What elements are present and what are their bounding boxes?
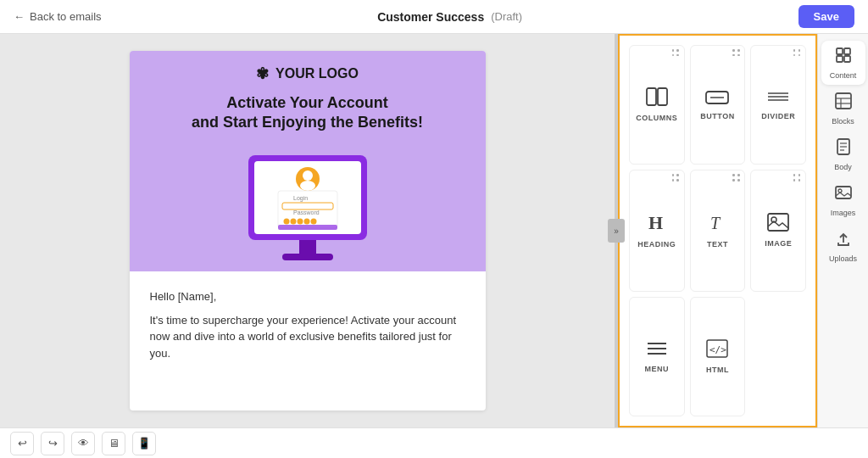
right-sidebar: Content Blocks Body Images Uploads (817, 34, 868, 427)
svg-point-12 (283, 218, 289, 224)
image-icon (767, 213, 789, 235)
svg-point-5 (303, 170, 313, 181)
element-columns[interactable]: COLUMNS (629, 45, 685, 165)
svg-rect-17 (278, 225, 337, 230)
desktop-button[interactable]: 🖥 (102, 432, 125, 455)
topbar: ← Back to emails Customer Success (Draft… (0, 0, 868, 34)
images-icon (835, 184, 852, 205)
undo-button[interactable]: ↩ (10, 432, 34, 455)
logo-icon: ✾ (256, 64, 269, 83)
blocks-label: Blocks (832, 117, 854, 126)
back-arrow-icon: ← (14, 10, 25, 23)
save-button[interactable]: Save (798, 5, 854, 28)
mobile-button[interactable]: 📱 (132, 432, 156, 455)
menu-label: MENU (645, 365, 670, 373)
columns-panel: COLUMNS BUTTON (618, 34, 817, 427)
sidebar-images-button[interactable]: Images (821, 178, 865, 222)
blocks-icon (835, 92, 852, 114)
draft-badge: (Draft) (491, 10, 522, 23)
drag-handle (732, 49, 741, 58)
drag-handle (793, 49, 802, 58)
panel-divider: » (615, 34, 618, 427)
drag-handle (672, 174, 681, 182)
main-area: ✾ YOUR LOGO Activate Your Account and St… (0, 34, 868, 427)
svg-text:Password: Password (293, 209, 320, 215)
drag-handle (672, 49, 681, 58)
svg-rect-36 (837, 56, 843, 62)
preview-button[interactable]: 👁 (71, 432, 95, 455)
svg-rect-46 (836, 187, 851, 198)
logo-area: ✾ YOUR LOGO (256, 64, 359, 83)
page-title: Customer Success (377, 10, 484, 24)
svg-point-13 (290, 218, 296, 224)
email-canvas: ✾ YOUR LOGO Activate Your Account and St… (130, 51, 486, 411)
button-icon (705, 89, 729, 108)
images-label: Images (831, 209, 856, 217)
heading-label: HEADING (637, 240, 676, 249)
divider-icon (766, 89, 790, 108)
svg-text:</>: </> (709, 344, 726, 355)
svg-text:Login: Login (293, 195, 308, 202)
svg-point-14 (297, 218, 303, 224)
svg-rect-18 (647, 88, 656, 105)
drag-handle (793, 174, 802, 182)
divider-label: DIVIDER (761, 112, 795, 120)
svg-rect-37 (844, 56, 850, 62)
element-image[interactable]: IMAGE (750, 170, 806, 291)
svg-text:H: H (648, 212, 663, 232)
svg-point-6 (300, 181, 315, 191)
element-text[interactable]: T TEXT (690, 170, 746, 291)
body-icon (835, 138, 852, 159)
sidebar-uploads-button[interactable]: Uploads (821, 224, 865, 268)
html-icon: </> (706, 339, 728, 361)
email-header-image: ✾ YOUR LOGO Activate Your Account and St… (130, 51, 486, 271)
body-label: Body (834, 163, 852, 171)
element-menu[interactable]: MENU (629, 297, 685, 416)
element-heading[interactable]: H HEADING (629, 170, 685, 291)
content-label: Content (830, 71, 857, 80)
monitor-illustration: Login Password (231, 147, 384, 274)
collapse-panel-button[interactable]: » (608, 219, 625, 243)
back-button[interactable]: ← Back to emails (14, 10, 102, 23)
button-label: BUTTON (700, 112, 734, 120)
svg-point-15 (303, 218, 309, 224)
svg-text:T: T (710, 214, 721, 232)
image-label: IMAGE (765, 239, 792, 248)
email-body-text: It's time to supercharge your experience… (150, 312, 465, 362)
text-icon: T (707, 212, 727, 236)
columns-icon (646, 87, 668, 109)
email-body: Hello [Name], It's time to supercharge y… (130, 271, 486, 385)
html-label: HTML (706, 366, 729, 374)
element-button[interactable]: BUTTON (690, 45, 746, 165)
logo-text: YOUR LOGO (275, 66, 359, 81)
text-label: TEXT (707, 240, 728, 249)
svg-rect-38 (836, 93, 851, 109)
email-greeting: Hello [Name], (150, 288, 465, 305)
sidebar-body-button[interactable]: Body (821, 132, 865, 176)
svg-rect-35 (844, 48, 850, 54)
heading-icon: H (647, 212, 667, 236)
sidebar-blocks-button[interactable]: Blocks (821, 87, 865, 131)
svg-rect-3 (282, 254, 333, 260)
menu-icon (646, 340, 668, 360)
drag-handle (732, 174, 741, 182)
elements-grid: COLUMNS BUTTON (620, 36, 815, 426)
redo-button[interactable]: ↪ (41, 432, 64, 455)
email-headline: Activate Your Account and Start Enjoying… (192, 93, 423, 133)
svg-rect-10 (282, 203, 333, 209)
content-icon (835, 47, 852, 68)
svg-rect-34 (837, 48, 843, 54)
element-divider[interactable]: DIVIDER (750, 45, 806, 165)
bottom-toolbar: ↩ ↪ 👁 🖥 📱 (0, 427, 868, 458)
columns-label: COLUMNS (636, 114, 677, 122)
uploads-icon (835, 230, 852, 251)
topbar-center: Customer Success (Draft) (377, 10, 522, 24)
svg-rect-19 (658, 88, 667, 105)
canvas-area: ✾ YOUR LOGO Activate Your Account and St… (0, 34, 615, 427)
sidebar-content-button[interactable]: Content (821, 41, 865, 85)
svg-rect-27 (768, 214, 788, 231)
back-label: Back to emails (30, 10, 102, 23)
element-html[interactable]: </> HTML (690, 297, 746, 416)
uploads-label: Uploads (829, 254, 857, 263)
svg-point-16 (310, 218, 316, 224)
